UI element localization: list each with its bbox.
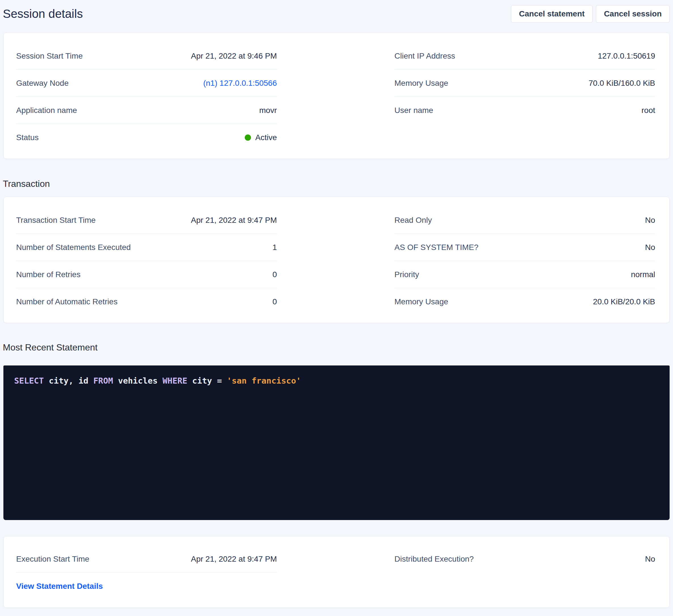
detail-value: No [645, 243, 655, 252]
view-statement-details-link[interactable]: View Statement Details [16, 582, 103, 591]
row-transaction-start-time: Transaction Start Time Apr 21, 2022 at 9… [16, 207, 277, 234]
detail-label: Read Only [395, 216, 432, 225]
transaction-card: Transaction Start Time Apr 21, 2022 at 9… [3, 197, 670, 323]
row-status: Status Active [16, 124, 277, 151]
detail-value: No [645, 216, 655, 225]
row-priority: Priority normal [395, 261, 655, 288]
sql-keyword: SELECT [14, 376, 44, 385]
session-summary-card: Session Start Time Apr 21, 2022 at 9:46 … [3, 33, 670, 159]
detail-label: Number of Automatic Retries [16, 297, 118, 306]
row-user-name: User name root [395, 97, 655, 124]
status-badge: Active [245, 133, 277, 142]
detail-label: Application name [16, 106, 77, 115]
detail-label: Client IP Address [395, 51, 455, 61]
detail-label: Number of Retries [16, 270, 80, 279]
detail-value: 20.0 KiB/20.0 KiB [593, 297, 655, 306]
row-statements-executed: Number of Statements Executed 1 [16, 234, 277, 261]
row-execution-start-time: Execution Start Time Apr 21, 2022 at 9:4… [16, 546, 277, 573]
sql-keyword: WHERE [163, 376, 187, 385]
row-session-start-time: Session Start Time Apr 21, 2022 at 9:46 … [16, 42, 277, 70]
execution-left-column: Execution Start Time Apr 21, 2022 at 9:4… [16, 546, 277, 600]
detail-label: Transaction Start Time [16, 216, 96, 225]
sql-text: vehicles [113, 376, 163, 385]
detail-label: Session Start Time [16, 51, 83, 61]
most-recent-statement-heading: Most Recent Statement [3, 343, 673, 352]
detail-label: User name [395, 106, 433, 115]
session-details-page: Session details Cancel statement Cancel … [0, 0, 673, 616]
cancel-statement-button[interactable]: Cancel statement [511, 5, 593, 23]
detail-label: Distributed Execution? [395, 555, 474, 564]
detail-value: 0 [272, 270, 277, 279]
row-as-of-system-time: AS OF SYSTEM TIME? No [395, 234, 655, 261]
row-retries: Number of Retries 0 [16, 261, 277, 288]
row-automatic-retries: Number of Automatic Retries 0 [16, 288, 277, 315]
row-distributed-execution: Distributed Execution? No [395, 546, 655, 573]
detail-value: Apr 21, 2022 at 9:47 PM [191, 555, 277, 564]
row-read-only: Read Only No [395, 207, 655, 234]
detail-value: 0 [272, 297, 277, 306]
detail-label: Status [16, 133, 38, 142]
detail-value: No [645, 555, 655, 564]
detail-value: Apr 21, 2022 at 9:46 PM [191, 51, 277, 61]
row-memory-usage-session: Memory Usage 70.0 KiB/160.0 KiB [395, 70, 655, 97]
row-application-name: Application name movr [16, 97, 277, 124]
execution-card: Execution Start Time Apr 21, 2022 at 9:4… [3, 536, 670, 608]
transaction-section-heading: Transaction [3, 179, 673, 188]
row-client-ip-address: Client IP Address 127.0.0.1:50619 [395, 42, 655, 70]
sql-text: city = [187, 376, 227, 385]
execution-right-column: Distributed Execution? No [395, 546, 655, 600]
sql-keyword: FROM [93, 376, 113, 385]
gateway-node-link[interactable]: (n1) 127.0.0.1:50566 [203, 79, 277, 88]
page-header: Session details Cancel statement Cancel … [0, 0, 673, 23]
detail-label: Memory Usage [395, 297, 448, 306]
cancel-session-button[interactable]: Cancel session [596, 5, 670, 23]
transaction-left-column: Transaction Start Time Apr 21, 2022 at 9… [16, 207, 277, 315]
detail-value: 70.0 KiB/160.0 KiB [589, 79, 655, 88]
detail-value: Apr 21, 2022 at 9:47 PM [191, 216, 277, 225]
toolbar: Cancel statement Cancel session [511, 5, 670, 23]
sql-text: city, id [44, 376, 93, 385]
detail-label: Memory Usage [395, 79, 448, 88]
detail-value: 127.0.0.1:50619 [598, 51, 655, 61]
session-summary-right-column: Client IP Address 127.0.0.1:50619 Memory… [395, 42, 655, 151]
detail-label: Priority [395, 270, 419, 279]
transaction-right-column: Read Only No AS OF SYSTEM TIME? No Prior… [395, 207, 655, 315]
detail-value: normal [631, 270, 655, 279]
detail-value: 1 [272, 243, 277, 252]
status-value: Active [255, 133, 277, 142]
row-view-statement-details: View Statement Details [16, 573, 277, 600]
sql-statement: SELECT city, id FROM vehicles WHERE city… [14, 376, 301, 385]
detail-label: Number of Statements Executed [16, 243, 131, 252]
detail-label: Gateway Node [16, 79, 68, 88]
detail-value: movr [259, 106, 277, 115]
sql-string-literal: 'san francisco' [227, 376, 301, 385]
detail-label: AS OF SYSTEM TIME? [395, 243, 479, 252]
sql-code-block: SELECT city, id FROM vehicles WHERE city… [3, 365, 670, 520]
detail-label: Execution Start Time [16, 555, 89, 564]
session-summary-left-column: Session Start Time Apr 21, 2022 at 9:46 … [16, 42, 277, 151]
page-title: Session details [3, 7, 83, 20]
row-memory-usage-transaction: Memory Usage 20.0 KiB/20.0 KiB [395, 288, 655, 315]
status-active-dot-icon [245, 134, 251, 141]
detail-value: root [642, 106, 655, 115]
row-gateway-node: Gateway Node (n1) 127.0.0.1:50566 [16, 70, 277, 97]
